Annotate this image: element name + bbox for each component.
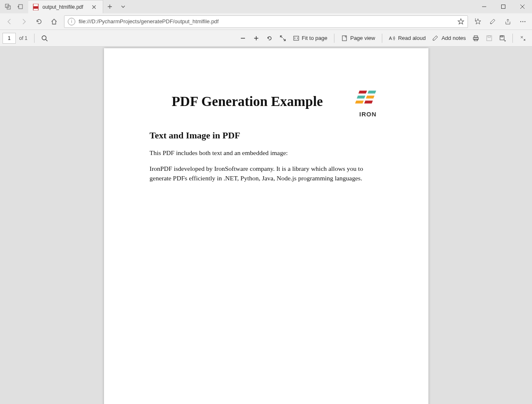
svg-rect-4	[33, 6, 38, 9]
svg-rect-13	[474, 36, 478, 37]
pin-toolbar-button[interactable]	[516, 30, 530, 47]
svg-point-6	[520, 21, 521, 22]
titlebar: output_htmlfile.pdf	[0, 0, 532, 13]
tab-actions-recent-icon[interactable]	[2, 0, 14, 13]
add-notes-label: Add notes	[441, 35, 466, 41]
find-button[interactable]	[38, 30, 51, 47]
set-aside-tabs-icon[interactable]	[14, 0, 27, 13]
print-button[interactable]	[469, 30, 483, 47]
fit-to-page-button[interactable]: Fit to page	[290, 30, 331, 47]
document-paragraph-2: IronPDF isdeveloped by IronSoftware comp…	[150, 164, 383, 183]
window-controls	[475, 0, 532, 13]
address-bar-row: i	[0, 13, 532, 30]
page-number-input[interactable]	[2, 33, 16, 44]
page-total-label: of 1	[19, 35, 27, 41]
save-as-button[interactable]	[496, 30, 509, 47]
pdf-page: PDF Generation Example IRON Text and Ima…	[104, 48, 428, 404]
save-button[interactable]	[483, 30, 496, 47]
toolbar-divider	[34, 34, 35, 43]
iron-logo: IRON	[354, 90, 383, 118]
home-button[interactable]	[47, 13, 62, 30]
browser-tab[interactable]: output_htmlfile.pdf	[28, 0, 103, 13]
share-button[interactable]	[500, 13, 515, 30]
fullscreen-button[interactable]	[276, 30, 290, 47]
url-input[interactable]	[79, 18, 458, 25]
svg-rect-11	[342, 36, 346, 41]
titlebar-left	[0, 0, 28, 13]
close-window-button[interactable]	[513, 0, 532, 13]
page-view-label: Page view	[350, 35, 375, 41]
read-aloud-label: Read aloud	[398, 35, 426, 41]
site-info-icon[interactable]: i	[68, 18, 75, 25]
back-button[interactable]	[2, 13, 17, 30]
read-aloud-button[interactable]: A Read aloud	[386, 30, 429, 47]
tabs-dropdown-icon[interactable]	[116, 0, 130, 13]
rotate-button[interactable]	[263, 30, 276, 47]
toolbar-divider	[382, 34, 382, 43]
svg-point-9	[42, 36, 46, 40]
svg-rect-10	[294, 36, 299, 40]
svg-point-7	[522, 21, 523, 22]
page-view-button[interactable]: Page view	[338, 30, 379, 47]
iron-logo-icon	[356, 90, 381, 108]
toolbar-divider	[512, 34, 513, 43]
svg-point-8	[525, 21, 525, 22]
favorite-star-icon[interactable]	[458, 18, 464, 25]
document-paragraph-1: This PDF includes both text and an embed…	[150, 148, 383, 158]
refresh-button[interactable]	[32, 13, 47, 30]
zoom-out-button[interactable]	[236, 30, 250, 47]
svg-text:A: A	[389, 36, 392, 41]
favorites-button[interactable]	[470, 13, 485, 30]
pdf-toolbar: of 1 Fit to page Page view A Read aloud …	[0, 30, 532, 47]
tab-close-icon[interactable]	[92, 5, 99, 9]
svg-rect-19	[501, 36, 503, 37]
svg-rect-17	[488, 36, 490, 37]
maximize-button[interactable]	[494, 0, 513, 13]
add-notes-button[interactable]: Add notes	[429, 30, 469, 47]
pdf-file-icon	[32, 4, 39, 10]
address-box[interactable]: i	[64, 15, 468, 28]
page-header-row: PDF Generation Example IRON	[150, 90, 383, 118]
svg-rect-5	[502, 5, 505, 9]
titlebar-spacer	[130, 0, 475, 13]
minimize-button[interactable]	[475, 0, 494, 13]
tab-title: output_htmlfile.pdf	[42, 4, 92, 10]
svg-rect-16	[487, 36, 492, 41]
toolbar-divider	[334, 34, 334, 43]
svg-rect-2	[19, 5, 22, 9]
more-button[interactable]	[515, 13, 530, 30]
fit-to-page-label: Fit to page	[302, 35, 327, 41]
iron-logo-text: IRON	[354, 111, 383, 118]
forward-button[interactable]	[17, 13, 32, 30]
document-subtitle: Text and Image in PDF	[150, 130, 383, 141]
document-title: PDF Generation Example	[150, 94, 345, 109]
pdf-viewport[interactable]: PDF Generation Example IRON Text and Ima…	[0, 47, 532, 404]
zoom-in-button[interactable]	[250, 30, 263, 47]
new-tab-button[interactable]	[103, 0, 116, 13]
notes-button[interactable]	[485, 13, 500, 30]
